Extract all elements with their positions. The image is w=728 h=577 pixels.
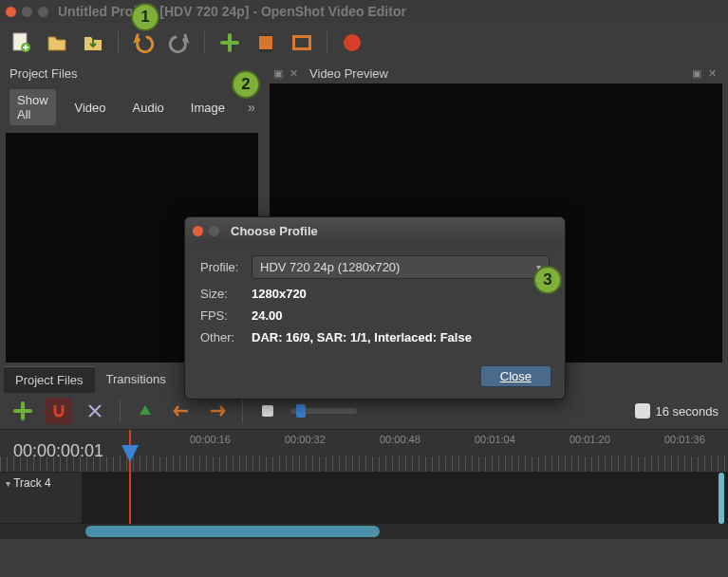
duration-label: 16 seconds — [656, 404, 719, 419]
annotation-badge-3: 3 — [533, 266, 562, 294]
next-marker-button[interactable] — [204, 398, 231, 424]
playhead-flag-icon[interactable] — [121, 445, 139, 464]
add-track-button[interactable] — [9, 398, 36, 424]
tracks-area: ▾ Track 4 — [0, 473, 728, 524]
undo-button[interactable] — [130, 29, 157, 56]
ruler-label: 00:00:32 — [285, 434, 326, 445]
playhead-line — [129, 473, 131, 524]
project-files-title: Project Files — [9, 66, 78, 81]
profile-select-value: HDV 720 24p (1280x720) — [260, 260, 400, 274]
ruler-ticks — [0, 456, 728, 472]
window-title: Untitled Project [HDV 720 24p] - OpenSho… — [58, 4, 406, 19]
annotation-badge-2: 2 — [232, 70, 260, 99]
filter-more-icon[interactable]: » — [244, 100, 255, 115]
toolbar-separator — [120, 400, 121, 422]
tab-transitions[interactable]: Transitions — [95, 366, 177, 393]
window-minimize-icon[interactable] — [22, 7, 32, 17]
toolbar-separator — [242, 400, 243, 422]
dialog-close-icon[interactable] — [193, 226, 203, 236]
zoom-slider[interactable] — [290, 408, 357, 414]
track-row[interactable]: ▾ Track 4 — [0, 473, 728, 524]
titlebar: Untitled Project [HDV 720 24p] - OpenSho… — [0, 0, 728, 23]
track-body[interactable] — [82, 473, 728, 523]
svg-rect-6 — [295, 38, 308, 47]
track-header[interactable]: ▾ Track 4 — [0, 473, 82, 493]
zoom-slider-handle[interactable] — [296, 404, 306, 418]
annotation-badge-1: 1 — [131, 3, 159, 31]
choose-profile-dialog: Choose Profile Profile: HDV 720 24p (128… — [184, 216, 566, 400]
filter-video[interactable]: Video — [67, 97, 114, 119]
center-playhead-button[interactable] — [254, 398, 281, 424]
ruler-label: 00:01:36 — [664, 434, 705, 445]
dialog-titlebar[interactable]: Choose Profile — [185, 217, 565, 244]
main-toolbar — [0, 23, 728, 63]
dialog-minimize-icon[interactable] — [209, 226, 219, 236]
track-end-handle[interactable] — [719, 473, 724, 524]
prev-marker-button[interactable] — [168, 398, 195, 424]
profile-button[interactable] — [252, 29, 279, 56]
filter-show-all[interactable]: Show All — [9, 89, 56, 125]
track-label: Track 4 — [13, 476, 51, 490]
profile-select[interactable]: HDV 720 24p (1280x720) ▾ — [252, 255, 550, 279]
filter-image[interactable]: Image — [183, 97, 233, 119]
svg-rect-4 — [259, 49, 272, 52]
window-maximize-icon[interactable] — [38, 7, 48, 17]
size-label: Size: — [200, 287, 252, 301]
ruler-label: 00:01:20 — [569, 434, 610, 445]
filter-tabs: Show All Video Audio Image » — [0, 84, 264, 133]
save-project-button[interactable] — [80, 29, 106, 56]
tab-project-files[interactable]: Project Files — [4, 366, 95, 393]
video-preview-title: Video Preview — [309, 66, 388, 81]
chevron-down-icon[interactable]: ▾ — [6, 478, 10, 489]
marker-button[interactable] — [132, 398, 159, 424]
redo-button[interactable] — [166, 29, 193, 56]
undock-icon[interactable]: ▣ ✕ — [273, 67, 300, 80]
fullscreen-button[interactable] — [289, 29, 315, 56]
timeline-ruler[interactable]: 00:00:00:01 00:00:16 00:00:32 00:00:48 0… — [0, 429, 728, 473]
scrollbar-thumb[interactable] — [85, 526, 380, 537]
toolbar-separator — [118, 31, 119, 54]
other-label: Other: — [200, 330, 252, 344]
fps-value: 24.00 — [252, 308, 283, 323]
ruler-label: 00:00:16 — [190, 434, 231, 445]
ruler-label: 00:00:48 — [380, 434, 420, 445]
ruler-label: 00:01:04 — [475, 434, 515, 445]
snap-button[interactable] — [46, 398, 72, 424]
toolbar-separator — [327, 31, 327, 54]
razor-button[interactable] — [82, 398, 108, 424]
export-button[interactable] — [339, 29, 365, 56]
undock-icon[interactable]: ▣ ✕ — [692, 67, 719, 80]
dialog-title: Choose Profile — [231, 224, 318, 238]
svg-rect-8 — [262, 405, 273, 417]
svg-rect-3 — [259, 33, 272, 36]
filter-audio[interactable]: Audio — [125, 97, 172, 119]
svg-point-7 — [344, 34, 361, 51]
window-close-icon[interactable] — [6, 7, 16, 17]
close-button[interactable]: Close — [480, 365, 551, 387]
new-project-button[interactable] — [8, 29, 34, 56]
fps-label: FPS: — [200, 308, 252, 323]
import-files-button[interactable] — [216, 29, 243, 56]
other-value: DAR: 16/9, SAR: 1/1, Interlaced: False — [252, 330, 472, 344]
profile-label: Profile: — [200, 260, 252, 274]
size-value: 1280x720 — [252, 287, 307, 301]
timeline-scrollbar[interactable] — [0, 524, 728, 539]
open-project-button[interactable] — [44, 29, 70, 56]
toolbar-separator — [204, 31, 205, 54]
duration-icon — [635, 403, 650, 419]
